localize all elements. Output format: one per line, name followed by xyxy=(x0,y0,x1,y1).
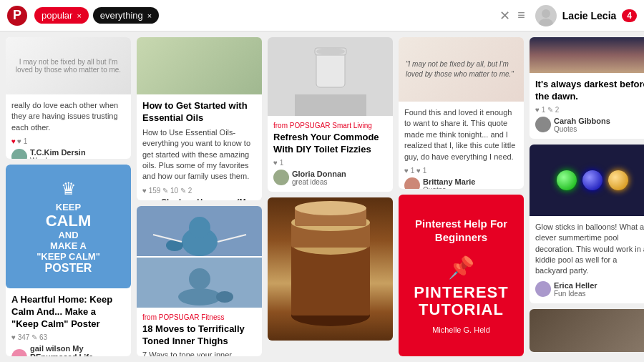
author-name: T.C.Kim Dersin xyxy=(30,148,86,157)
author-name: gail wilson My REpurposed Life xyxy=(30,344,125,356)
menu-icon[interactable]: ≡ xyxy=(517,8,525,23)
svg-point-12 xyxy=(316,48,345,55)
source-tag: from POPSUGAR Fitness xyxy=(142,313,256,321)
glow-meta: Erica Heller Fun Ideas xyxy=(535,281,644,298)
toned-thighs-card: from POPSUGAR Fitness 18 Moves to Terrif… xyxy=(137,206,262,356)
keep-calm-meta: gail wilson My REpurposed Life Catch as … xyxy=(11,344,125,356)
author-name: Carah Gibbons xyxy=(554,117,610,125)
author-avatar xyxy=(535,117,551,132)
toilet-title: Refresh Your Commode With DIY Toilet Fiz… xyxy=(273,132,387,156)
pinterest-logo[interactable]: P xyxy=(7,6,27,26)
toilet-stats: ♥ 1 xyxy=(273,159,387,167)
love-quote-body: Found this and loved it enough to want t… xyxy=(399,102,524,189)
keep-calm-title: A Heartful Home: Keep Calm And... Make a… xyxy=(11,294,125,331)
exercise-img-2 xyxy=(137,258,262,308)
author-name: Brittany Marie xyxy=(423,177,475,186)
dawn-card: It's always darkest before the dawn. ♥ 1… xyxy=(530,37,644,139)
author-sub: Words xyxy=(30,157,86,158)
search-close-icon[interactable]: ✕ xyxy=(499,8,510,24)
author-sub: Quotes xyxy=(423,186,475,189)
oils-image xyxy=(137,37,262,94)
author-avatar xyxy=(11,349,27,356)
dawn-meta: Carah Gibbons Quotes xyxy=(535,117,644,133)
oils-meta: Charlene Haugsven (My Frugal ... Health … xyxy=(142,197,256,200)
popular-tab-close[interactable]: × xyxy=(77,11,81,20)
crown-icon: ♛ xyxy=(13,179,124,199)
notification-badge[interactable]: 4 xyxy=(622,9,637,22)
oils-text: How to Use Essential Oils- everything yo… xyxy=(142,127,256,182)
toilet-meta: Gloria Donnan great ideas xyxy=(273,170,387,186)
toned-thighs-body: from POPSUGAR Fitness 18 Moves to Terrif… xyxy=(137,308,262,356)
toned-thighs-title: 18 Moves to Terrifically Toned Inner Thi… xyxy=(142,323,256,348)
column-3: from POPSUGAR Smart Living Refresh Your … xyxy=(268,37,393,356)
popular-tab[interactable]: popular × xyxy=(34,7,89,24)
tutorial-author: Michelle G. Held xyxy=(432,326,490,334)
author-name: Erica Heller xyxy=(554,281,597,290)
author-avatar xyxy=(404,177,420,188)
tutorial-help-title: Pinterest Help For Beginners xyxy=(406,217,517,245)
toned-thighs-text: 7 Ways to tone your inner thighs, and ab… xyxy=(142,350,256,356)
svg-point-20 xyxy=(295,201,366,215)
glow-image xyxy=(530,145,644,216)
svg-point-3 xyxy=(189,217,210,238)
author-sub: Quotes xyxy=(554,125,610,133)
quote-text: really do love each other when they are … xyxy=(11,100,125,133)
author-sub: great ideas xyxy=(292,178,346,186)
user-area: Lacie Lecia 4 xyxy=(535,5,637,26)
exercise-images xyxy=(137,206,262,308)
oils-title: How to Get Started with Essential Oils xyxy=(142,100,256,124)
keep-calm-stats: ♥ 347 ✎ 63 xyxy=(11,333,125,341)
dawn-image xyxy=(530,37,644,73)
svg-point-1 xyxy=(539,19,553,26)
keep-calm-body: A Heartful Home: Keep Calm And... Make a… xyxy=(6,288,131,356)
quote-image: "I may not be fixed by all, but I'm love… xyxy=(399,37,524,102)
quote-image: I may not be fixed by all but I'm loved … xyxy=(6,37,131,94)
toilet-fizzies-card: from POPSUGAR Smart Living Refresh Your … xyxy=(268,37,393,192)
author-avatar xyxy=(11,149,27,159)
love-quote-text: Found this and loved it enough to want t… xyxy=(404,107,518,162)
pin-icon: 📌 xyxy=(448,255,474,280)
glow-body: Glow sticks in balloons! What a clever s… xyxy=(530,216,644,303)
love-quote-card: "I may not be fixed by all, but I'm love… xyxy=(399,37,524,189)
everything-tab[interactable]: everything × xyxy=(93,7,159,24)
glow-balls-card: Glow sticks in balloons! What a clever s… xyxy=(530,145,644,303)
svg-point-8 xyxy=(189,268,210,290)
artifact-card xyxy=(530,309,644,352)
svg-line-6 xyxy=(218,235,246,242)
love-quote-stats: ♥ 1 ♥ 1 xyxy=(404,167,518,175)
glow-text: Glow sticks in balloons! What a clever s… xyxy=(535,222,644,277)
author-avatar xyxy=(273,170,289,185)
toilet-body: from POPSUGAR Smart Living Refresh Your … xyxy=(268,116,393,192)
keep-calm-card: ♛ KEEP CALM AND MAKE A "KEEP CALM" POSTE… xyxy=(6,165,131,356)
author-sub: Fun Ideas xyxy=(554,290,597,298)
everything-tab-close[interactable]: × xyxy=(147,11,152,20)
quote-stats: ♥♥ 1 xyxy=(11,137,125,145)
svg-point-7 xyxy=(178,288,221,305)
author-name: Gloria Donnan xyxy=(292,170,346,178)
top-navigation-bar: P popular × everything × ✕ ≡ Lacie Lecia… xyxy=(0,0,644,31)
glow-ball-orange xyxy=(608,170,628,190)
keep-calm-image: ♛ KEEP CALM AND MAKE A "KEEP CALM" POSTE… xyxy=(6,165,131,289)
dawn-title: It's always darkest before the dawn. xyxy=(535,79,644,103)
glow-ball-blue xyxy=(582,170,602,190)
quote-meta: T.C.Kim Dersin Words xyxy=(11,148,125,158)
pinterest-tutorial-card: Pinterest Help For Beginners 📌 PINTEREST… xyxy=(399,195,524,356)
dawn-body: It's always darkest before the dawn. ♥ 1… xyxy=(530,73,644,139)
oils-stats: ♥ 159 ✎ 10 ✎ 2 xyxy=(142,187,256,195)
exercise-img-1 xyxy=(137,206,262,256)
avatar[interactable] xyxy=(535,5,557,26)
quote-card-body: really do love each other when they are … xyxy=(6,94,131,159)
column-4: "I may not be fixed by all, but I'm love… xyxy=(399,37,524,356)
source-tag: from POPSUGAR Smart Living xyxy=(273,122,387,129)
user-name: Lacie Lecia xyxy=(562,10,617,21)
svg-rect-13 xyxy=(295,94,366,116)
column-5: It's always darkest before the dawn. ♥ 1… xyxy=(530,37,644,356)
column-2: How to Get Started with Essential Oils H… xyxy=(137,37,262,356)
cake-card xyxy=(268,197,393,341)
glow-ball-green xyxy=(557,170,577,190)
author-avatar xyxy=(535,281,551,297)
column-1: I may not be fixed by all but I'm loved … xyxy=(6,37,131,356)
quote-card-1: I may not be fixed by all but I'm loved … xyxy=(6,37,131,159)
cake-image xyxy=(268,197,393,341)
svg-line-5 xyxy=(153,235,182,242)
